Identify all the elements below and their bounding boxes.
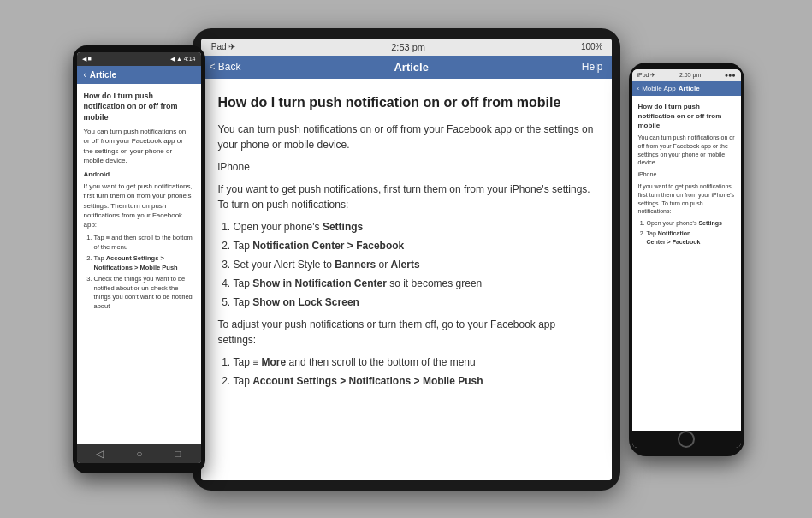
android-home-button[interactable]: ○	[136, 448, 142, 460]
android-content: How do I turn push notification on or of…	[77, 84, 201, 444]
iphone-screen: iPod ✈ 2:55 pm ●●● ‹ Mobile App Article …	[632, 69, 741, 448]
tablet-adjust-text: To adjust your push notifications or tur…	[218, 317, 595, 348]
list-item: Tap ≡ More and then scroll to the bottom…	[234, 354, 595, 370]
iphone-device: iPod ✈ 2:55 pm ●●● ‹ Mobile App Article …	[629, 63, 744, 456]
android-section-label: Android	[84, 170, 194, 179]
iphone-nav-title: Article	[679, 85, 700, 92]
list-item: Check the things you want to be notified…	[94, 275, 194, 311]
iphone-iphone-section-label: iPhone	[638, 170, 735, 179]
iphone-time: 2:55 pm	[679, 72, 701, 78]
tablet-nav-title: Article	[394, 61, 428, 74]
iphone-status-right: ●●●	[725, 72, 736, 78]
android-bottom-nav: ◁ ○ □	[77, 444, 201, 463]
android-screen: ◀ ■ ◀ ▲ 4:14 ‹ Article How do I turn pus…	[77, 52, 201, 463]
tablet-intro-paragraph: You can turn push notifications on or of…	[218, 122, 595, 152]
iphone-navbar: ‹ Mobile App Article	[632, 81, 741, 96]
android-intro-paragraph: You can turn push notifications on or of…	[84, 127, 194, 165]
iphone-intro-paragraph: You can turn push notifications on or of…	[638, 134, 735, 167]
android-recent-button[interactable]: □	[175, 448, 181, 460]
tablet-status-right: 100%	[581, 42, 603, 51]
android-nav-title: Article	[90, 70, 116, 80]
tablet-iphone-section-label: iPhone	[218, 159, 595, 175]
list-item: Tap Show in Notification Center so it be…	[234, 276, 595, 291]
tablet-time: 2:53 pm	[391, 42, 425, 52]
android-steps: Tap ≡ and then scroll to the bottom of t…	[84, 234, 194, 311]
android-back-nav-button[interactable]: ◁	[96, 448, 104, 460]
android-navbar: ‹ Article	[77, 66, 201, 84]
iphone-nav-section: Mobile App	[642, 85, 676, 92]
list-item: Tap Account Settings > Notifications > M…	[234, 373, 595, 389]
tablet-help-button[interactable]: Help	[582, 61, 603, 73]
iphone-steps: Open your phone's Settings Tap Notificat…	[638, 219, 735, 246]
iphone-status-left: iPod ✈	[637, 72, 656, 79]
android-back-button[interactable]: ‹	[84, 70, 86, 80]
tablet-status-left: iPad ✈	[210, 42, 236, 51]
tablet-article-heading: How do I turn push notification on or of…	[218, 92, 595, 113]
android-status-left: ◀ ■	[82, 56, 92, 63]
iphone-statusbar: iPod ✈ 2:55 pm ●●●	[632, 69, 741, 81]
iphone-home-indicator	[632, 431, 741, 448]
tablet-iphone-steps: Open your phone's Settings Tap Notificat…	[218, 219, 595, 310]
tablet-iphone-intro: If you want to get push notifications, f…	[218, 182, 595, 212]
android-article-heading: How do I turn push notification on or of…	[84, 91, 194, 123]
list-item: Tap NotificationCenter > Facebook	[647, 229, 735, 247]
android-android-intro: If you want to get push notifications, f…	[84, 182, 194, 229]
tablet-screen: iPad ✈ 2:53 pm 100% < Back Article Help …	[201, 39, 612, 480]
android-statusbar: ◀ ■ ◀ ▲ 4:14	[77, 52, 201, 66]
tablet-back-button[interactable]: < Back	[210, 61, 241, 73]
list-item: Open your phone's Settings	[234, 219, 595, 235]
android-phone-device: ◀ ■ ◀ ▲ 4:14 ‹ Article How do I turn pus…	[73, 45, 205, 473]
list-item: Tap Account Settings > Notifications > M…	[94, 254, 194, 272]
tablet-device: iPad ✈ 2:53 pm 100% < Back Article Help …	[193, 28, 620, 491]
tablet-content: How do I turn push notification on or of…	[201, 79, 612, 480]
android-status-right: ◀ ▲ 4:14	[170, 56, 195, 63]
iphone-iphone-intro: If you want to get push notifications, f…	[638, 182, 735, 216]
list-item: Tap Show on Lock Screen	[234, 295, 595, 310]
tablet-adjust-steps: Tap ≡ More and then scroll to the bottom…	[218, 354, 595, 389]
list-item: Tap Notification Center > Facebook	[234, 238, 595, 253]
scene: iPad ✈ 2:53 pm 100% < Back Article Help …	[21, 11, 791, 508]
list-item: Tap ≡ and then scroll to the bottom of t…	[94, 234, 194, 252]
iphone-home-button[interactable]	[678, 431, 695, 448]
tablet-statusbar: iPad ✈ 2:53 pm 100%	[201, 39, 612, 56]
iphone-content: How do I turn push notification on or of…	[632, 96, 741, 431]
list-item: Open your phone's Settings	[647, 219, 735, 228]
tablet-navbar: < Back Article Help	[201, 56, 612, 79]
list-item: Set your Alert Style to Banners or Alert…	[234, 257, 595, 272]
iphone-article-heading: How do I turn push notification on or of…	[638, 102, 735, 131]
iphone-back-button[interactable]: ‹	[637, 85, 640, 92]
